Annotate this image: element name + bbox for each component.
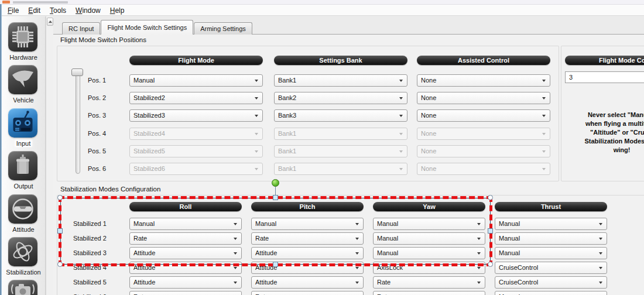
flight-mode-slider-track[interactable] [76,70,80,174]
chevron-down-icon [599,223,602,225]
selection-handle-e[interactable] [488,228,493,234]
pos-5-settings-bank-select: Bank1 [274,145,407,157]
stabilized-6-pitch-select[interactable]: Rate [251,291,364,295]
sidebar-item-gimbal[interactable] [8,280,37,295]
sidebar-item-attitude[interactable] [8,194,37,224]
pos-2-assisted-control-select[interactable]: None [417,92,550,104]
pos-2-settings-bank-select[interactable]: Bank2 [274,92,407,104]
triangle-up-icon [49,20,52,23]
chevron-down-icon [355,267,359,269]
column-header-flight-mode: Flight Mode [129,56,263,65]
chevron-down-icon [599,238,602,240]
menu-tools[interactable]: Tools [45,5,71,15]
pos-6-assisted-control-select: None [417,163,550,175]
flight-mode-count-input[interactable]: 3 [565,71,644,83]
menu-file[interactable]: File [3,5,23,15]
stabilized-6-label: Stabilized 6 [73,291,107,295]
motor-icon [8,151,37,180]
sidebar-item-vehicle-label: Vehicle [0,97,47,104]
menu-help[interactable]: Help [105,5,129,15]
pos-1-assisted-control-select[interactable]: None [417,74,550,87]
pos-3-flight-mode-select[interactable]: Stabilized3 [129,109,263,122]
window-titlebar [0,0,644,5]
chevron-down-icon [255,168,258,170]
window-title-remnant [13,1,68,4]
flight-mode-slider-handle[interactable] [71,68,83,76]
tab-rc-input[interactable]: RC Input [62,22,100,35]
pos-6-settings-bank-select: Bank1 [274,163,407,175]
pos-6-flight-mode-select: Stabilized6 [129,163,263,175]
group-title-stabilization-modes: Stabilization Modes Configuration [60,186,160,193]
sidebar-item-hardware[interactable] [8,22,37,52]
chevron-down-icon [599,252,602,255]
stabilized-4-thrust-select[interactable]: CruiseControl [495,262,607,274]
stabilized-6-thrust-select[interactable]: Manual [495,291,607,295]
pos-4-assisted-control-select: None [417,128,550,140]
pos-1-settings-bank-select[interactable]: Bank1 [274,74,407,87]
pos-3-assisted-control-select[interactable]: None [417,109,550,122]
chevron-down-icon [542,168,546,170]
sidebar-scrollbar-track[interactable] [46,16,53,295]
stabilized-5-label: Stabilized 5 [73,276,107,289]
chevron-down-icon [399,80,403,82]
pos-5-flight-mode-select: Stabilized5 [129,145,263,157]
stabilized-6-roll-select[interactable]: Rate [129,291,242,295]
tab-bar: RC Input Flight Mode Switch Settings Arm… [62,20,253,35]
pos-4-label: Pos. 4 [88,128,106,140]
chevron-down-icon [255,97,258,100]
selection-handle-sw[interactable] [57,262,63,267]
sidebar-item-input-label: Input [0,140,47,147]
chevron-down-icon [399,150,403,153]
stabilized-2-thrust-select[interactable]: Manual [495,232,607,245]
pos-3-settings-bank-select[interactable]: Bank3 [274,109,407,122]
selection-handle-ne[interactable] [488,195,493,200]
selection-rectangle[interactable] [59,196,492,266]
stabilized-6-yaw-select[interactable]: Rate [373,291,485,295]
camera-stabilization-icon [8,280,37,295]
column-header-flight-mode-count: Flight Mode Co [565,56,644,65]
chevron-down-icon [599,282,602,284]
app-icon [2,1,10,4]
pos-3-label: Pos. 3 [88,109,106,122]
sidebar-item-attitude-label: Attitude [0,226,47,233]
menu-bar: File Edit Tools Window Help [0,5,644,16]
stabilized-1-thrust-select[interactable]: Manual [495,218,607,230]
sidebar-item-input[interactable] [8,108,37,138]
pos-1-flight-mode-select[interactable]: Manual [129,74,263,87]
pos-2-flight-mode-select[interactable]: Stabilized2 [129,92,263,104]
selection-handle-nw[interactable] [57,195,63,200]
pos-5-assisted-control-select: None [417,145,550,157]
chevron-down-icon [477,282,481,284]
stabilized-3-thrust-select[interactable]: Manual [495,247,607,259]
selection-handle-s[interactable] [273,262,278,267]
column-header-settings-bank: Settings Bank [274,56,407,65]
stabilized-5-yaw-select[interactable]: Rate [373,276,485,289]
chip-icon [8,22,37,52]
pos-6-label: Pos. 6 [88,163,106,175]
sidebar-item-vehicle[interactable] [8,65,37,94]
selection-rotate-handle[interactable] [272,179,279,187]
stabilized-5-thrust-select[interactable]: CruiseControl [495,276,607,289]
column-header-assisted-control: Assisted Control [417,56,550,65]
chevron-down-icon [542,80,546,82]
sidebar-item-stabilization[interactable] [8,237,37,266]
chevron-down-icon [542,133,546,135]
selection-handle-w[interactable] [57,228,63,234]
chevron-down-icon [355,282,359,284]
scrollbar-up-button[interactable] [47,18,53,26]
stabilized-5-pitch-select[interactable]: Attitude [251,276,364,289]
stabilized-5-roll-select[interactable]: Attitude [129,276,242,289]
selection-handle-n[interactable] [273,195,278,200]
chevron-down-icon [542,150,546,153]
menu-edit[interactable]: Edit [23,5,45,15]
pos-1-label: Pos. 1 [88,74,106,87]
chevron-down-icon [542,115,546,117]
tab-flight-mode-switch-settings[interactable]: Flight Mode Switch Settings [101,20,193,35]
tab-arming-settings[interactable]: Arming Settings [194,22,252,35]
sidebar-item-output[interactable] [8,151,37,180]
menu-window[interactable]: Window [71,5,105,15]
gyroscope-icon [8,237,37,266]
spirit-level-icon [8,194,37,224]
selection-handle-se[interactable] [488,262,493,267]
group-title-flight-mode-switch-positions: Flight Mode Switch Positions [60,36,146,43]
